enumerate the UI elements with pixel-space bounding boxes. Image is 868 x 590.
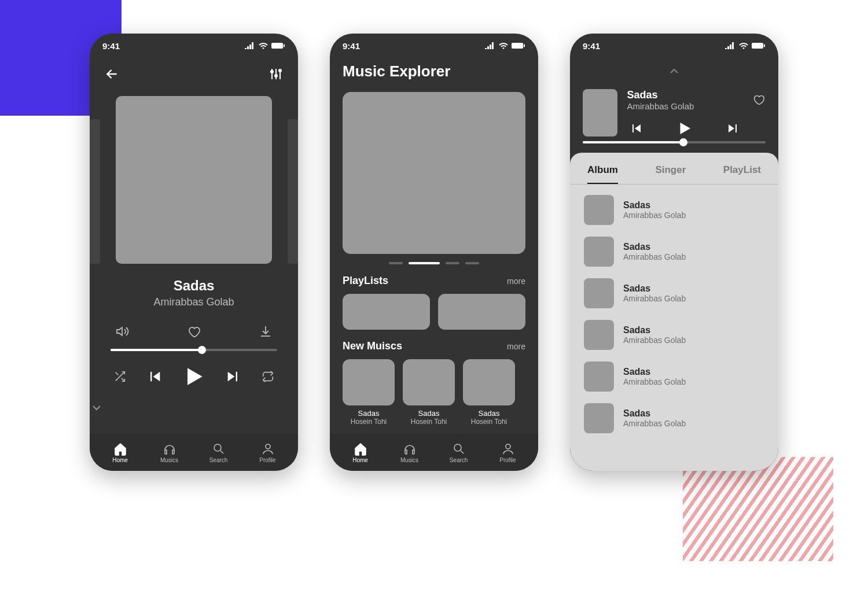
repeat-icon[interactable] (259, 367, 277, 386)
download-icon[interactable] (256, 322, 275, 341)
tab-musics[interactable]: Musics (392, 442, 427, 463)
playlist-card[interactable] (438, 294, 525, 330)
music-thumb (463, 359, 515, 405)
tab-profile-label: Profile (259, 457, 275, 463)
svg-point-6 (266, 444, 270, 449)
list-item[interactable]: Sadas Amirabbas Golab (580, 189, 768, 231)
svg-rect-8 (524, 45, 525, 47)
tab-album[interactable]: Album (587, 164, 618, 184)
back-arrow-icon[interactable] (102, 65, 121, 83)
list-item[interactable]: Sadas Amirabbas Golab (580, 272, 768, 314)
bottom-tabbar: Home Musics Search Profile (90, 434, 298, 471)
album-artist: Amirabbas Golab (623, 294, 686, 303)
previous-track-icon[interactable] (145, 367, 164, 386)
newmusics-row: Sadas Hosein Tohi Sadas Hosein Tohi Sada… (330, 355, 538, 434)
music-title: Sadas (343, 409, 395, 418)
now-playing-art[interactable] (583, 89, 617, 137)
progress-fill (583, 141, 683, 143)
next-track-icon[interactable] (724, 119, 742, 138)
newmusics-more-link[interactable]: more (507, 342, 525, 351)
album-artist: Amirabbas Golab (623, 419, 686, 428)
album-thumb (584, 362, 614, 392)
tab-profile[interactable]: Profile (491, 442, 525, 463)
carousel-next-peek[interactable] (288, 119, 298, 264)
hero-banner[interactable] (343, 92, 525, 254)
tab-profile[interactable]: Profile (251, 442, 285, 463)
progress-bar[interactable] (90, 344, 298, 356)
album-title: Sadas (623, 283, 686, 294)
svg-point-5 (214, 444, 221, 451)
section-playlists-title: PlayLists (343, 275, 388, 287)
play-icon[interactable] (180, 363, 208, 390)
playlists-more-link[interactable]: more (507, 276, 525, 286)
tab-musics[interactable]: Musics (152, 442, 187, 463)
progress-fill (111, 349, 202, 351)
phone-player: 9:41 Sadas Amirabbas Golab (90, 34, 298, 471)
status-bar: 9:41 (330, 34, 538, 58)
now-playing-title: Sadas (627, 89, 742, 101)
list-item[interactable]: Sadas Amirabbas Golab (580, 231, 768, 272)
status-time: 9:41 (102, 41, 120, 51)
carousel-dot[interactable] (446, 262, 459, 264)
album-list[interactable]: Sadas Amirabbas Golab Sadas Amirabbas Go… (570, 185, 778, 444)
track-title: Sadas (102, 278, 285, 294)
tab-singer[interactable]: Singer (655, 164, 686, 184)
expand-queue-handle[interactable] (90, 390, 298, 415)
heart-icon[interactable] (752, 90, 766, 109)
section-playlists-header: PlayLists more (330, 272, 538, 289)
previous-track-icon[interactable] (627, 119, 645, 138)
album-thumb (584, 237, 614, 267)
next-track-icon[interactable] (224, 367, 242, 386)
svg-rect-1 (284, 45, 285, 47)
music-artist: Hosein Tohi (463, 418, 515, 426)
music-card[interactable]: Sadas Hosein Tohi (343, 359, 395, 426)
volume-icon[interactable] (113, 322, 131, 341)
album-thumb (584, 278, 614, 308)
album-title: Sadas (623, 408, 686, 419)
progress-thumb[interactable] (679, 138, 687, 146)
music-title: Sadas (403, 409, 455, 418)
play-icon[interactable] (675, 119, 694, 138)
carousel-dot[interactable] (465, 262, 479, 264)
shuffle-icon[interactable] (111, 367, 129, 386)
album-thumb (584, 320, 614, 350)
album-thumb (584, 195, 614, 225)
svg-rect-12 (764, 45, 765, 47)
progress-bar[interactable] (570, 138, 778, 153)
svg-point-10 (506, 444, 510, 449)
list-item[interactable]: Sadas Amirabbas Golab (580, 397, 768, 439)
tab-home[interactable]: Home (103, 442, 138, 463)
album-title: Sadas (623, 325, 686, 335)
playlist-card[interactable] (343, 294, 430, 330)
album-title: Sadas (623, 367, 686, 377)
svg-rect-11 (752, 43, 763, 49)
tab-home[interactable]: Home (343, 442, 378, 463)
equalizer-icon[interactable] (267, 65, 285, 83)
carousel-indicators (330, 260, 538, 272)
carousel-dot-active[interactable] (409, 262, 440, 264)
status-bar: 9:41 (90, 34, 298, 58)
music-thumb (343, 359, 395, 405)
album-art[interactable] (116, 96, 272, 264)
album-title: Sadas (623, 242, 686, 252)
carousel-dot[interactable] (389, 262, 403, 264)
tab-search[interactable]: Search (201, 442, 236, 463)
decorative-pink-stripes (683, 457, 833, 561)
player-header (90, 58, 298, 90)
progress-thumb[interactable] (198, 346, 206, 354)
music-artist: Hosein Tohi (403, 418, 455, 426)
list-item[interactable]: Sadas Amirabbas Golab (580, 314, 768, 356)
heart-icon[interactable] (185, 322, 203, 341)
collapse-handle[interactable] (570, 58, 778, 84)
tab-playlist[interactable]: PlayList (723, 164, 761, 184)
now-playing-mini: Sadas Amirabbas Golab (570, 84, 778, 138)
section-newmusics-title: New Muiscs (343, 340, 402, 352)
status-bar: 9:41 (570, 34, 778, 58)
music-card[interactable]: Sadas Hosein Tohi (463, 359, 515, 426)
music-artist: Hosein Tohi (343, 418, 395, 426)
tab-search[interactable]: Search (442, 442, 476, 463)
list-item[interactable]: Sadas Amirabbas Golab (580, 356, 768, 397)
carousel-prev-peek[interactable] (90, 119, 100, 264)
status-time: 9:41 (583, 41, 600, 51)
music-card[interactable]: Sadas Hosein Tohi (403, 359, 455, 426)
